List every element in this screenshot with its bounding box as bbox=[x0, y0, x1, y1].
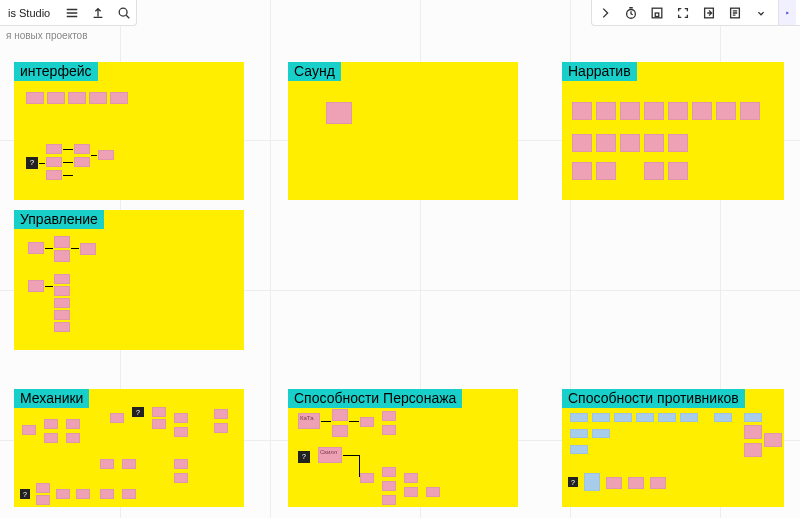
sticky[interactable] bbox=[426, 487, 440, 497]
notes-icon[interactable] bbox=[726, 5, 744, 21]
sticky[interactable] bbox=[110, 92, 128, 104]
sticky[interactable] bbox=[54, 250, 70, 262]
sticky[interactable] bbox=[382, 411, 396, 421]
sticky[interactable] bbox=[22, 425, 36, 435]
sticky-skill[interactable]: Скилл bbox=[318, 447, 342, 463]
sticky[interactable] bbox=[100, 489, 114, 499]
frame-sound[interactable]: Саунд bbox=[288, 62, 518, 200]
sticky[interactable] bbox=[692, 102, 712, 120]
sticky[interactable] bbox=[74, 144, 90, 154]
sticky[interactable] bbox=[122, 489, 136, 499]
sticky[interactable] bbox=[122, 459, 136, 469]
sticky[interactable] bbox=[592, 413, 610, 422]
sticky[interactable] bbox=[54, 298, 70, 308]
sticky[interactable] bbox=[44, 433, 58, 443]
sticky-question[interactable]: ? bbox=[26, 157, 38, 169]
sticky[interactable] bbox=[214, 409, 228, 419]
search-icon[interactable] bbox=[116, 5, 132, 21]
sticky[interactable] bbox=[668, 102, 688, 120]
sticky[interactable] bbox=[47, 92, 65, 104]
sticky[interactable] bbox=[66, 419, 80, 429]
sticky[interactable] bbox=[382, 495, 396, 505]
sticky[interactable] bbox=[54, 286, 70, 296]
sticky[interactable] bbox=[54, 236, 70, 248]
export-icon[interactable] bbox=[700, 5, 718, 21]
sticky[interactable] bbox=[98, 150, 114, 160]
sticky[interactable] bbox=[36, 495, 50, 505]
sticky[interactable] bbox=[89, 92, 107, 104]
frame-mechanics[interactable]: Механики ? ? bbox=[14, 389, 244, 507]
sticky[interactable] bbox=[404, 487, 418, 497]
sticky[interactable] bbox=[332, 409, 348, 421]
sticky[interactable] bbox=[606, 477, 622, 489]
sticky[interactable] bbox=[382, 481, 396, 491]
sticky[interactable] bbox=[110, 413, 124, 423]
sticky[interactable] bbox=[404, 473, 418, 483]
sticky[interactable] bbox=[214, 423, 228, 433]
sticky[interactable] bbox=[36, 483, 50, 493]
chevron-down-icon[interactable] bbox=[752, 5, 770, 21]
frame-enemies[interactable]: Способности противников ? bbox=[562, 389, 784, 507]
sticky[interactable] bbox=[54, 310, 70, 320]
sticky[interactable] bbox=[360, 417, 374, 427]
sticky-kata[interactable]: КаТа bbox=[298, 413, 320, 429]
sticky[interactable] bbox=[644, 134, 664, 152]
sticky[interactable] bbox=[152, 419, 166, 429]
sticky[interactable] bbox=[596, 134, 616, 152]
sticky[interactable] bbox=[714, 413, 732, 422]
sticky[interactable] bbox=[68, 92, 86, 104]
frame-interface[interactable]: интерфейс ? bbox=[14, 62, 244, 200]
sticky[interactable] bbox=[620, 134, 640, 152]
sticky[interactable] bbox=[28, 280, 44, 292]
sticky[interactable] bbox=[174, 427, 188, 437]
sticky[interactable] bbox=[596, 102, 616, 120]
sticky[interactable] bbox=[80, 243, 96, 255]
sticky[interactable] bbox=[592, 429, 610, 438]
chevron-right-icon[interactable] bbox=[596, 5, 614, 21]
sticky[interactable] bbox=[744, 413, 762, 422]
sticky[interactable] bbox=[74, 157, 90, 167]
sticky[interactable] bbox=[54, 322, 70, 332]
sticky-question[interactable]: ? bbox=[132, 407, 144, 417]
sticky[interactable] bbox=[658, 413, 676, 422]
sticky-question[interactable]: ? bbox=[568, 477, 578, 487]
sticky[interactable] bbox=[572, 102, 592, 120]
sticky[interactable] bbox=[680, 413, 698, 422]
sticky[interactable] bbox=[636, 413, 654, 422]
sticky[interactable] bbox=[570, 445, 588, 454]
sticky[interactable] bbox=[382, 467, 396, 477]
sticky[interactable] bbox=[66, 433, 80, 443]
sticky[interactable] bbox=[28, 242, 44, 254]
upload-icon[interactable] bbox=[90, 5, 106, 21]
sticky[interactable] bbox=[584, 473, 600, 491]
sticky[interactable] bbox=[360, 473, 374, 483]
sticky[interactable] bbox=[152, 407, 166, 417]
sticky[interactable] bbox=[570, 413, 588, 422]
sticky[interactable] bbox=[44, 419, 58, 429]
sticky-question[interactable]: ? bbox=[20, 489, 30, 499]
sticky[interactable] bbox=[174, 459, 188, 469]
sticky[interactable] bbox=[56, 489, 70, 499]
sticky[interactable] bbox=[744, 425, 762, 439]
sticky[interactable] bbox=[174, 413, 188, 423]
timer-icon[interactable] bbox=[622, 5, 640, 21]
frame-icon[interactable] bbox=[648, 5, 666, 21]
sticky[interactable] bbox=[100, 459, 114, 469]
sticky[interactable] bbox=[382, 425, 396, 435]
sticky[interactable] bbox=[740, 102, 760, 120]
sticky[interactable] bbox=[572, 134, 592, 152]
fullscreen-icon[interactable] bbox=[674, 5, 692, 21]
sticky[interactable] bbox=[46, 144, 62, 154]
menu-icon[interactable] bbox=[64, 5, 80, 21]
sticky[interactable] bbox=[76, 489, 90, 499]
frame-narrative[interactable]: Нарратив bbox=[562, 62, 784, 200]
sticky[interactable] bbox=[628, 477, 644, 489]
sticky[interactable] bbox=[620, 102, 640, 120]
frame-control[interactable]: Управление bbox=[14, 210, 244, 350]
sticky[interactable] bbox=[46, 157, 62, 167]
sticky[interactable] bbox=[26, 92, 44, 104]
frame-abilities[interactable]: Способности Персонажа КаТа ? Скилл bbox=[288, 389, 518, 507]
sticky[interactable] bbox=[644, 162, 664, 180]
sticky[interactable] bbox=[46, 170, 62, 180]
sticky[interactable] bbox=[744, 443, 762, 457]
